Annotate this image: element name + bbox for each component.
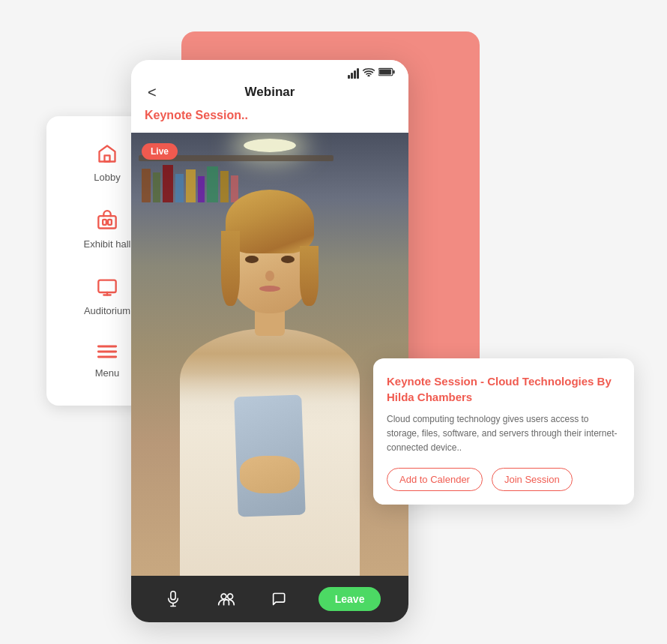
svg-rect-13 (379, 69, 391, 74)
menu-label: Menu (95, 367, 120, 379)
microphone-button[interactable] (159, 585, 187, 613)
svg-point-17 (221, 594, 226, 599)
lobby-label: Lobby (94, 172, 120, 183)
info-card: Keynote Session - Cloud Technologies By … (373, 358, 634, 505)
info-card-description: Cloud computing technology gives users a… (387, 412, 621, 456)
phone-header: < Webinar Keynote Session.. (131, 60, 408, 133)
session-title: Keynote Session.. (145, 104, 395, 128)
nav-row: < Webinar (145, 82, 395, 104)
add-to-calendar-button[interactable]: Add to Calender (387, 468, 483, 491)
toolbar: Leave (131, 576, 408, 622)
video-area: Live (131, 133, 408, 576)
svg-rect-3 (108, 220, 112, 225)
back-button[interactable]: < (145, 84, 160, 101)
person-hands (240, 456, 300, 493)
signal-bars (348, 68, 359, 79)
battery-icon (378, 67, 395, 79)
people-button[interactable] (212, 585, 241, 613)
menu-icon (97, 343, 118, 363)
join-session-button[interactable]: Join Session (492, 468, 573, 491)
svg-point-10 (368, 76, 369, 76)
info-card-buttons: Add to Calender Join Session (387, 468, 621, 491)
exhibit-hall-icon (97, 210, 118, 234)
lobby-icon (97, 143, 118, 167)
nav-title: Webinar (245, 85, 295, 100)
svg-rect-2 (103, 220, 106, 225)
svg-rect-0 (105, 155, 110, 161)
status-bar (145, 67, 395, 79)
phone-card: < Webinar Keynote Session.. (131, 60, 408, 622)
svg-rect-12 (393, 70, 394, 74)
svg-point-18 (227, 594, 232, 599)
svg-rect-4 (98, 280, 115, 292)
live-badge: Live (142, 143, 178, 160)
svg-rect-14 (170, 592, 175, 600)
chat-button[interactable] (265, 585, 294, 613)
exhibit-hall-label: Exhibit hall (84, 238, 131, 250)
leave-button[interactable]: Leave (319, 587, 381, 611)
ceiling-light (244, 139, 296, 152)
auditorium-label: Auditorium (84, 305, 130, 316)
info-card-title: Keynote Session - Cloud Technologies By … (387, 373, 621, 405)
wifi-icon (363, 67, 375, 79)
auditorium-icon (97, 277, 118, 301)
